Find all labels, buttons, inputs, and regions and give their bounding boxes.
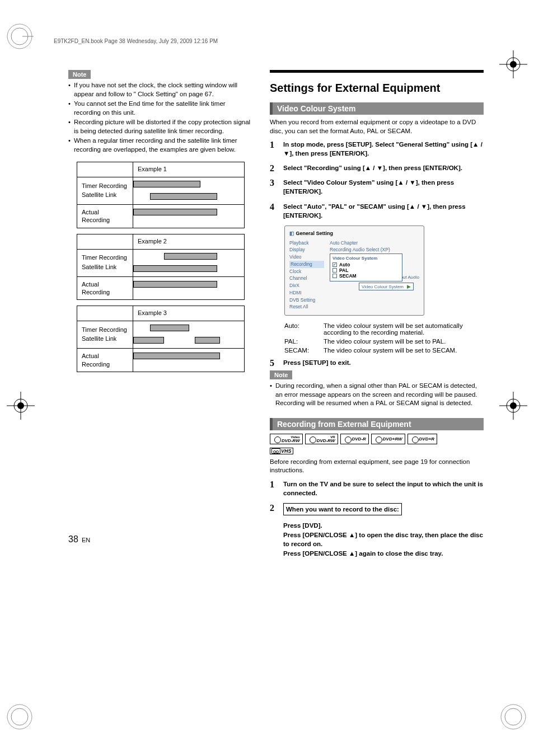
- menu-item-selected: Recording: [289, 261, 324, 268]
- def-desc: The video colour system will be set auto…: [324, 322, 484, 336]
- crop-mark-icon: [499, 703, 527, 731]
- def-label: PAL:: [284, 338, 317, 345]
- page-number: 38 EN: [68, 534, 90, 544]
- bar-icon: [133, 265, 217, 272]
- bar-icon: [133, 337, 164, 344]
- bar-icon: [133, 353, 220, 359]
- step-item: In stop mode, press [SETUP]. Select "Gen…: [270, 140, 484, 158]
- bar-icon: [150, 325, 189, 331]
- boxed-text: When you want to record to the disc:: [283, 503, 402, 515]
- substep: Press [DVD].: [283, 521, 484, 530]
- menu-item: Channel: [289, 275, 324, 282]
- row-label: Actual Recording: [82, 280, 128, 297]
- menu-item: DVB Setting: [289, 297, 324, 304]
- step-item: When you want to record to the disc:: [270, 503, 484, 515]
- dialog-chip: Video Colour System ▶: [359, 283, 414, 290]
- row-label: Timer Recording: [82, 253, 128, 261]
- dialog-title: General Setting: [289, 231, 419, 236]
- bar-icon: [133, 281, 217, 288]
- disc-formats: VideoDVD-RW VRDVD-RW DVD-R DVD+RW DVD+R: [270, 434, 484, 444]
- example-title: Example 3: [133, 306, 244, 321]
- vhs-icon: VHS: [270, 448, 293, 454]
- note-label: Note: [270, 370, 292, 379]
- disc-icon: DVD+RW: [371, 434, 405, 444]
- example-table: Example 2 Timer Recording Satellite Link…: [77, 234, 245, 300]
- note-bullet: If you have not set the clock, the clock…: [68, 81, 253, 98]
- step-item: Select "Video Colour System" using [▲ / …: [270, 178, 484, 196]
- section-intro: When you record from external equipment …: [270, 118, 484, 135]
- disc-icon: DVD-R: [340, 434, 369, 444]
- row-label: Satellite Link: [82, 335, 128, 342]
- settings-dialog: General Setting Playback Display Video R…: [284, 226, 424, 316]
- dialog-left-menu: Playback Display Video Recording Clock C…: [289, 240, 324, 311]
- menu-item: HDMI: [289, 289, 324, 297]
- row-label: Timer Recording: [82, 326, 128, 334]
- step-item: Press [SETUP] to exit.: [270, 359, 484, 366]
- example-title: Example 1: [133, 162, 244, 177]
- popup-option: PAL: [332, 267, 400, 273]
- svg-point-18: [505, 708, 522, 725]
- section-heading: Recording from External Equipment: [270, 418, 484, 430]
- row-label: Satellite Link: [82, 263, 128, 271]
- substep: Press [OPEN/CLOSE ▲] to open the disc tr…: [283, 530, 484, 549]
- arrow-right-icon: ▶: [407, 284, 411, 289]
- menu-item: Display: [289, 246, 324, 253]
- bar-icon: [164, 253, 217, 260]
- example-table: Example 3 Timer Recording Satellite Link…: [77, 306, 245, 372]
- note-bullet: You cannot set the End time for the sate…: [68, 100, 253, 117]
- note-label: Note: [68, 70, 91, 79]
- row-label: Timer Recording: [82, 182, 128, 190]
- row-label: Actual Recording: [82, 208, 128, 224]
- steps-list: In stop mode, press [SETUP]. Select "Gen…: [270, 140, 484, 220]
- section-heading: Video Colour System: [270, 102, 484, 115]
- menu-item: Playback: [289, 240, 324, 247]
- popup-option: ✓Auto: [332, 262, 400, 267]
- bar-icon: [133, 209, 217, 215]
- note-bullet-list: If you have not set the clock, the clock…: [68, 81, 253, 154]
- step-item: Turn on the TV and be sure to select the…: [270, 480, 484, 497]
- def-desc: The video colour system will be set to P…: [324, 338, 484, 345]
- example-table: Example 1 Timer Recording Satellite Link…: [77, 162, 245, 228]
- note-bullet: Recording picture will be distorted if t…: [68, 118, 253, 135]
- def-label: Auto:: [284, 322, 317, 336]
- note-bullet: During recording, when a signal other th…: [270, 382, 484, 408]
- disc-icon: VideoDVD-RW: [270, 434, 303, 444]
- note-bullet: When a regular timer recording and the s…: [68, 137, 253, 154]
- definitions: Auto:The video colour system will be set…: [284, 322, 484, 354]
- step-item: Select "Auto", "PAL" or "SECAM" using [▲…: [270, 202, 484, 220]
- def-label: SECAM:: [284, 347, 317, 354]
- dialog-option: Auto Chapter: [330, 240, 419, 246]
- menu-item: Video: [289, 253, 324, 261]
- menu-item: Clock: [289, 268, 324, 275]
- disc-icon: VRDVD-RW: [305, 434, 338, 444]
- section-intro: Before recording from external equipment…: [270, 458, 484, 475]
- svg-point-16: [11, 708, 28, 725]
- menu-item: DivX: [289, 282, 324, 289]
- bar-icon: [133, 181, 200, 187]
- popup-title: Video Colour System: [332, 256, 400, 261]
- menu-item: Reset All: [289, 303, 324, 311]
- main-title: Settings for External Equipment: [270, 70, 484, 95]
- def-desc: The video colour system will be set to S…: [324, 347, 484, 354]
- row-label: Satellite Link: [82, 191, 128, 199]
- crop-mark-icon: [6, 703, 34, 731]
- substep: Press [OPEN/CLOSE ▲] again to close the …: [283, 549, 484, 558]
- step-item: Select "Recording" using [▲ / ▼], then p…: [270, 163, 484, 172]
- row-label: Actual Recording: [82, 352, 128, 368]
- popup-option: SECAM: [332, 273, 400, 279]
- bar-icon: [195, 337, 220, 344]
- disc-icon: DVD+R: [407, 434, 437, 444]
- example-title: Example 2: [133, 234, 244, 249]
- bar-icon: [150, 193, 217, 200]
- dialog-popup: Video Colour System ✓Auto PAL SECAM: [330, 253, 402, 281]
